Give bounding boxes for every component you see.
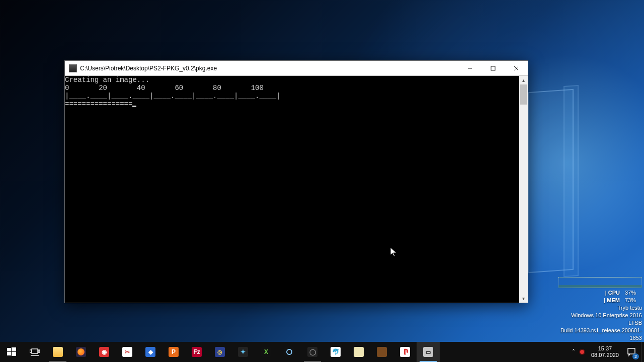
app-red[interactable]: ◉ — [93, 342, 116, 362]
terminal-output: Creating an image... 0 20 40 60 80 100 |… — [65, 76, 519, 303]
console-window: C:\Users\Piotrek\Desktop\PS2-FPKG_v0.2\p… — [64, 60, 528, 303]
filezilla[interactable]: Fz — [185, 342, 208, 362]
scroll-up-button[interactable]: ▴ — [519, 76, 528, 84]
task-view-button[interactable] — [23, 342, 46, 362]
window-title: C:\Users\Piotrek\Desktop\PS2-FPKG_v0.2\p… — [80, 65, 458, 72]
obs-icon: ◯ — [307, 347, 317, 357]
tray-overflow-button[interactable]: ˄ — [572, 348, 575, 355]
scroll-track[interactable] — [519, 84, 528, 294]
system-overlay: | CPU 37% | MEM 73% Tryb testu Windows 1… — [558, 277, 644, 342]
svg-rect-1 — [491, 66, 495, 70]
playstation[interactable] — [393, 342, 417, 362]
app-icon: ◉ — [99, 347, 109, 357]
task-view-icon — [29, 346, 40, 357]
app-orange[interactable]: P — [162, 342, 185, 362]
recording-indicator-icon[interactable] — [579, 349, 585, 355]
firefox[interactable] — [69, 342, 93, 362]
disc-icon: ◎ — [215, 347, 225, 357]
firefox-icon — [76, 347, 86, 357]
scissors-icon — [122, 347, 132, 357]
cpu-label: | CPU — [605, 289, 620, 297]
titlebar[interactable]: C:\Users\Piotrek\Desktop\PS2-FPKG_v0.2\p… — [65, 61, 528, 76]
watermark-line-2: Windows 10 Enterprise 2016 LTSB — [558, 312, 642, 327]
mem-label: | MEM — [604, 297, 620, 304]
perf-graph — [558, 277, 642, 288]
watermark-line-3: Build 14393.rs1_release.200601-1853 — [558, 327, 642, 342]
start-button[interactable] — [0, 342, 23, 362]
svg-rect-6 — [12, 347, 16, 351]
watermark-line-1: Tryb testu — [558, 304, 642, 312]
cmd-window[interactable]: ▭ — [417, 342, 440, 362]
svg-rect-9 — [32, 349, 38, 353]
emulator-ps1[interactable]: ✦ — [231, 342, 255, 362]
scroll-down-button[interactable]: ▾ — [519, 294, 528, 303]
maximize-button[interactable] — [481, 61, 505, 75]
playstation-icon — [400, 347, 410, 357]
scroll-thumb[interactable] — [520, 84, 527, 105]
mem-value: 73% — [625, 297, 642, 304]
svg-point-13 — [287, 349, 292, 354]
terminal-cursor — [132, 106, 136, 107]
cpu-value: 37% — [625, 289, 642, 297]
folder-icon — [53, 347, 63, 357]
console-icon: ▭ — [423, 347, 433, 357]
notepad[interactable] — [347, 342, 370, 362]
date-text: 08.07.2020 — [591, 352, 619, 358]
dolphin-icon: 🐬 — [331, 347, 341, 357]
emulator-xbox[interactable]: X — [255, 342, 278, 362]
svg-rect-8 — [12, 352, 16, 356]
filezilla-icon: Fz — [192, 347, 202, 357]
xbox-icon: X — [261, 347, 271, 357]
svg-rect-14 — [628, 348, 635, 354]
snipping-tool[interactable] — [116, 342, 139, 362]
svg-rect-7 — [7, 352, 11, 355]
notepad-icon — [354, 347, 364, 357]
emulator-gc[interactable] — [278, 342, 301, 362]
notification-badge: 2 — [632, 353, 639, 359]
action-center-button[interactable]: 2 — [625, 345, 638, 358]
svg-rect-10 — [30, 350, 31, 352]
app-icon: P — [169, 347, 179, 357]
app-brown[interactable] — [370, 342, 393, 362]
file-explorer[interactable] — [46, 342, 69, 362]
dolphin[interactable]: 🐬 — [324, 342, 347, 362]
svg-rect-11 — [38, 350, 40, 352]
app-blue-diamond[interactable]: ◆ — [139, 342, 162, 362]
clock[interactable]: 15:37 08.07.2020 — [589, 345, 621, 358]
taskbar: ◉ ◆ P Fz ◎ ✦ X ◯ 🐬 ▭ ˄ 15:37 08.07.2020 … — [0, 342, 644, 362]
imgburn[interactable]: ◎ — [208, 342, 231, 362]
obs[interactable]: ◯ — [301, 342, 324, 362]
close-button[interactable] — [505, 61, 528, 75]
minimize-button[interactable] — [458, 61, 481, 75]
show-desktop-button[interactable] — [641, 342, 644, 362]
time-text: 15:37 — [591, 345, 619, 352]
window-icon — [69, 64, 77, 72]
svg-rect-5 — [7, 348, 11, 351]
windows-logo-icon — [6, 346, 17, 357]
emulator-icon: ✦ — [238, 347, 248, 357]
gamecube-icon — [284, 347, 294, 357]
system-tray: ˄ 15:37 08.07.2020 2 — [567, 342, 641, 362]
vertical-scrollbar[interactable]: ▴ ▾ — [519, 76, 528, 303]
diamond-icon: ◆ — [145, 347, 155, 357]
app-icon — [377, 347, 387, 357]
